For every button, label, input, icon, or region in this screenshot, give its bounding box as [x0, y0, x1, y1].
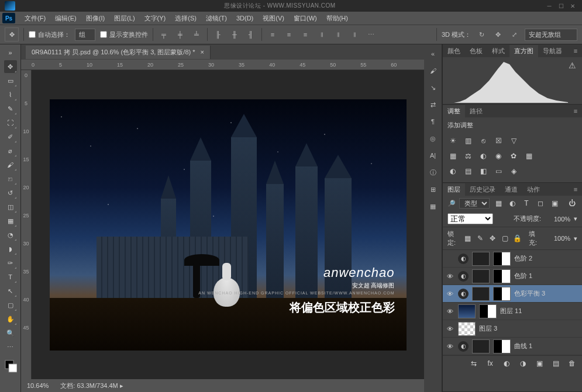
blur-tool[interactable]: ◔ [4, 228, 17, 241]
menu-file[interactable]: 文件(F) [21, 13, 49, 24]
invert-icon[interactable]: ◐ [447, 166, 458, 176]
delete-layer-icon[interactable]: 🗑 [567, 358, 577, 369]
layer-thumb[interactable] [472, 252, 490, 266]
menu-edit[interactable]: 编辑(E) [51, 13, 80, 24]
layer-name[interactable]: 色阶 1 [514, 272, 580, 280]
filter-type-icon[interactable]: T [521, 198, 532, 209]
auto-select-check[interactable]: 自动选择： [29, 30, 70, 39]
tab-histogram[interactable]: 直方图 [509, 45, 538, 57]
layer-thumb[interactable] [458, 304, 476, 318]
tab-layers[interactable]: 图层 [443, 183, 465, 196]
chevron-right-icon[interactable]: ▸ [120, 382, 123, 389]
tab-channels[interactable]: 通道 [500, 183, 522, 196]
opacity-input[interactable] [545, 216, 570, 223]
layer-mask[interactable] [479, 304, 497, 318]
menu-help[interactable]: 帮助(H) [323, 13, 352, 24]
auto-select-checkbox[interactable] [29, 31, 36, 38]
show-transform-check[interactable]: 显示变换控件 [100, 30, 148, 39]
exposure-icon[interactable]: ☒ [493, 136, 504, 146]
vibrance-icon[interactable]: ▽ [508, 136, 519, 146]
layer-name[interactable]: 色阶 2 [514, 254, 580, 263]
shape-tool[interactable]: ▢ [4, 299, 17, 311]
layer-thumb[interactable] [472, 287, 490, 301]
zoom-level[interactable]: 10.64% [27, 382, 49, 389]
lock-move-icon[interactable]: ✥ [488, 233, 497, 244]
warning-icon[interactable]: ⚠ [569, 61, 576, 70]
new-layer-icon[interactable]: ▤ [550, 358, 561, 369]
align-top-icon[interactable]: ╤ [158, 29, 170, 40]
fill-input[interactable] [545, 235, 570, 242]
color-balance-icon[interactable]: ⚖ [463, 151, 473, 161]
menu-3d[interactable]: 3D(D) [233, 13, 257, 23]
properties-icon[interactable]: ⊞ [425, 182, 440, 197]
dist-vcenter-icon[interactable]: ≡ [283, 29, 295, 40]
collapse-icon[interactable]: « [425, 46, 440, 61]
show-transform-checkbox[interactable] [100, 31, 107, 38]
crop-tool[interactable]: ⛶ [4, 116, 17, 129]
hue-sat-icon[interactable]: ▦ [447, 151, 458, 161]
layer-thumb[interactable] [472, 339, 490, 353]
histogram[interactable]: ⚠ [443, 57, 582, 104]
tool-preset-icon[interactable]: ✥ [5, 27, 19, 41]
3d-preset-select[interactable]: 安超无敌组 [525, 29, 577, 41]
panel-menu-icon[interactable]: ≡ [569, 184, 582, 195]
layer-name[interactable]: 图层 3 [479, 324, 580, 333]
3d-slide-icon[interactable]: ⤢ [508, 29, 520, 40]
menu-window[interactable]: 窗口(W) [290, 13, 321, 24]
dist-bottom-icon[interactable]: ≡ [299, 29, 311, 40]
auto-select-target[interactable]: 组 [75, 29, 95, 41]
photo-filter-icon[interactable]: ◉ [493, 151, 504, 161]
filter-smart-icon[interactable]: ▣ [549, 198, 560, 209]
channel-mixer-icon[interactable]: ✿ [508, 151, 519, 161]
menu-image[interactable]: 图像(I) [82, 13, 108, 24]
color-lookup-icon[interactable]: ▦ [524, 151, 534, 161]
more-icon[interactable]: ⋯ [365, 29, 377, 40]
eraser-tool[interactable]: ◫ [4, 200, 17, 213]
filter-adjust-icon[interactable]: ◐ [507, 198, 518, 209]
layer-row[interactable]: 👁◐曲线 1 [443, 338, 582, 355]
filter-toggle[interactable]: ⏻ [567, 198, 577, 209]
3d-orbit-icon[interactable]: ↻ [476, 29, 487, 40]
filter-pixel-icon[interactable]: ▦ [493, 198, 504, 209]
layer-thumb[interactable] [458, 322, 476, 336]
lasso-tool[interactable]: ⌇ [4, 88, 17, 101]
align-hcenter-icon[interactable]: ╫ [229, 29, 240, 40]
panel-menu-icon[interactable]: ≡ [569, 46, 582, 56]
selective-color-icon[interactable]: ◈ [508, 166, 519, 176]
visibility-icon[interactable] [445, 254, 454, 263]
hand-tool[interactable]: ✋ [4, 313, 17, 325]
layer-row[interactable]: ◐色阶 2 [443, 250, 582, 268]
maximize-button[interactable]: ☐ [556, 2, 566, 9]
align-left-icon[interactable]: ╟ [212, 29, 224, 40]
tab-actions[interactable]: 动作 [522, 183, 545, 196]
lock-artboard-icon[interactable]: ▢ [501, 233, 509, 244]
menu-select[interactable]: 选择(S) [171, 13, 200, 24]
panel-menu-icon[interactable]: ≡ [569, 106, 582, 116]
dist-right-icon[interactable]: ⦀ [349, 29, 360, 40]
cc-icon[interactable]: ◎ [425, 131, 440, 146]
document-tab[interactable]: 0R9A0111 拷 贝.psd @ 10.6% (色彩平衡 3, 图层蒙版/8… [26, 46, 211, 59]
minimize-button[interactable]: ─ [545, 2, 554, 9]
new-fill-icon[interactable]: ◑ [518, 358, 528, 369]
dodge-tool[interactable]: ◗ [4, 242, 17, 255]
fx-icon[interactable]: fx [485, 358, 495, 369]
layer-name[interactable]: 色彩平衡 3 [514, 289, 580, 298]
layer-name[interactable]: 图层 11 [500, 307, 580, 315]
tab-navigator[interactable]: 导航器 [538, 45, 567, 57]
threshold-icon[interactable]: ◧ [478, 166, 488, 176]
clone-source-icon[interactable]: ⇄ [425, 97, 440, 112]
libraries-icon[interactable]: ▦ [425, 199, 440, 214]
brushes-icon[interactable]: 🖌 [425, 63, 440, 78]
menu-filter[interactable]: 滤镜(T) [202, 13, 230, 24]
healing-tool[interactable]: ⌀ [4, 144, 17, 157]
align-vcenter-icon[interactable]: ╪ [174, 29, 186, 40]
layer-name[interactable]: 曲线 1 [514, 342, 580, 351]
tab-paths[interactable]: 路径 [465, 105, 487, 117]
lock-position-icon[interactable]: ✎ [476, 233, 484, 244]
chevron-down-icon[interactable]: ▾ [574, 235, 577, 242]
chevron-down-icon[interactable]: ▾ [574, 215, 577, 223]
type-tool[interactable]: T [4, 270, 17, 283]
blend-mode-select[interactable]: 正常 [447, 213, 493, 224]
doc-info[interactable]: 文档: 63.3M/734.4M ▸ [60, 381, 123, 390]
layer-row[interactable]: 👁图层 3 [443, 320, 582, 338]
